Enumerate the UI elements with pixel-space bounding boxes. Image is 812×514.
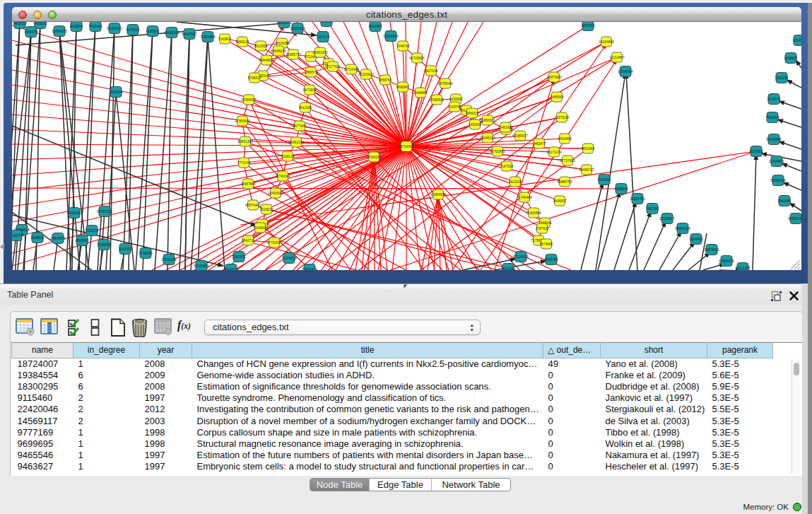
svg-text:8813054: 8813054 bbox=[369, 25, 382, 28]
svg-text:98084124: 98084124 bbox=[675, 227, 690, 230]
svg-text:13433200: 13433200 bbox=[312, 51, 328, 54]
svg-text:77752047: 77752047 bbox=[266, 241, 282, 245]
svg-text:4896383: 4896383 bbox=[76, 239, 89, 243]
svg-text:3518233: 3518233 bbox=[260, 208, 273, 211]
svg-text:93103413: 93103413 bbox=[107, 27, 122, 30]
svg-text:13493618: 13493618 bbox=[268, 192, 283, 195]
svg-text:0433218: 0433218 bbox=[13, 22, 27, 25]
svg-text:1627204: 1627204 bbox=[425, 69, 438, 73]
svg-text:17080531: 17080531 bbox=[429, 98, 445, 102]
svg-text:28809570: 28809570 bbox=[50, 237, 66, 240]
svg-text:4738299: 4738299 bbox=[139, 252, 153, 255]
svg-text:72423884: 72423884 bbox=[200, 35, 216, 39]
svg-text:7770143: 7770143 bbox=[237, 161, 251, 165]
svg-text:7816184: 7816184 bbox=[89, 25, 102, 28]
svg-text:02606474: 02606474 bbox=[302, 268, 317, 270]
svg-text:8960124: 8960124 bbox=[236, 40, 249, 44]
svg-text:7357274: 7357274 bbox=[317, 35, 330, 39]
svg-text:1226916: 1226916 bbox=[320, 22, 334, 23]
svg-text:65648236: 65648236 bbox=[271, 49, 286, 53]
svg-text:7187026: 7187026 bbox=[500, 165, 514, 168]
svg-text:16033809: 16033809 bbox=[290, 27, 305, 30]
svg-text:79740344: 79740344 bbox=[275, 175, 290, 178]
svg-text:80112805: 80112805 bbox=[736, 267, 751, 270]
svg-text:87234309: 87234309 bbox=[513, 255, 529, 259]
svg-text:4216073: 4216073 bbox=[767, 98, 781, 101]
svg-text:2421024: 2421024 bbox=[509, 180, 522, 184]
svg-text:34957885: 34957885 bbox=[240, 182, 256, 186]
svg-text:81223623: 81223623 bbox=[358, 73, 374, 76]
svg-text:10973493: 10973493 bbox=[546, 76, 562, 79]
svg-text:9821465: 9821465 bbox=[582, 147, 595, 151]
svg-text:1031051: 1031051 bbox=[119, 247, 132, 251]
svg-text:76945314: 76945314 bbox=[480, 136, 495, 140]
svg-text:1491905: 1491905 bbox=[469, 123, 482, 127]
svg-text:7485063: 7485063 bbox=[551, 95, 564, 99]
svg-text:54145868: 54145868 bbox=[766, 138, 782, 141]
svg-text:19384554: 19384554 bbox=[430, 193, 446, 197]
svg-text:12213967: 12213967 bbox=[609, 56, 625, 59]
svg-text:7543303: 7543303 bbox=[766, 116, 779, 119]
svg-text:65787133: 65787133 bbox=[97, 210, 112, 214]
svg-text:9600133: 9600133 bbox=[34, 22, 47, 25]
svg-text:1326773: 1326773 bbox=[225, 268, 238, 270]
svg-text:2787429: 2787429 bbox=[536, 227, 549, 230]
svg-text:62702895: 62702895 bbox=[490, 150, 505, 153]
svg-text:5430391: 5430391 bbox=[68, 211, 81, 215]
svg-text:5009788: 5009788 bbox=[545, 258, 558, 262]
svg-text:80831367: 80831367 bbox=[237, 140, 253, 144]
svg-text:73178108: 73178108 bbox=[281, 257, 297, 260]
svg-text:8708317: 8708317 bbox=[248, 76, 261, 80]
svg-text:60385977: 60385977 bbox=[512, 134, 528, 138]
svg-text:37631165: 37631165 bbox=[162, 258, 177, 262]
svg-text:3158692: 3158692 bbox=[784, 57, 798, 60]
svg-text:0812191: 0812191 bbox=[502, 267, 515, 270]
svg-text:6658760: 6658760 bbox=[379, 78, 392, 82]
svg-text:51850671: 51850671 bbox=[480, 119, 495, 122]
svg-text:64835030: 64835030 bbox=[164, 31, 180, 35]
svg-text:27354549: 27354549 bbox=[235, 119, 250, 123]
svg-text:29946804: 29946804 bbox=[259, 59, 274, 62]
svg-text:2260256: 2260256 bbox=[775, 76, 789, 80]
svg-text:13226058: 13226058 bbox=[274, 42, 290, 45]
svg-text:9413186: 9413186 bbox=[299, 106, 312, 110]
svg-text:8677496: 8677496 bbox=[293, 124, 307, 128]
svg-text:16154808: 16154808 bbox=[599, 40, 614, 44]
svg-text:1671902: 1671902 bbox=[303, 88, 317, 92]
svg-text:8148932: 8148932 bbox=[31, 236, 45, 240]
svg-text:7889579: 7889579 bbox=[305, 71, 318, 74]
svg-text:6193990: 6193990 bbox=[598, 178, 611, 182]
svg-text:5098393: 5098393 bbox=[98, 243, 111, 247]
svg-text:3387262: 3387262 bbox=[233, 255, 246, 259]
svg-text:96532871: 96532871 bbox=[276, 22, 292, 25]
svg-text:37996507: 37996507 bbox=[241, 98, 257, 102]
svg-text:7991183: 7991183 bbox=[646, 207, 659, 211]
svg-text:55886753: 55886753 bbox=[557, 180, 572, 184]
svg-text:1615594: 1615594 bbox=[70, 25, 83, 28]
svg-text:71746488: 71746488 bbox=[517, 196, 532, 199]
svg-text:4192832: 4192832 bbox=[146, 30, 160, 33]
svg-text:7163822: 7163822 bbox=[218, 37, 232, 41]
svg-text:04499727: 04499727 bbox=[579, 168, 594, 172]
svg-text:85574443: 85574443 bbox=[245, 204, 261, 207]
svg-text:1824493: 1824493 bbox=[690, 238, 703, 241]
svg-text:8912954: 8912954 bbox=[254, 45, 268, 48]
svg-text:4966319: 4966319 bbox=[466, 112, 479, 115]
svg-text:7182278: 7182278 bbox=[86, 229, 99, 233]
svg-text:19218506: 19218506 bbox=[383, 35, 399, 38]
svg-text:5240824: 5240824 bbox=[254, 226, 267, 230]
svg-text:6475255: 6475255 bbox=[126, 28, 140, 32]
svg-text:99091334: 99091334 bbox=[288, 141, 304, 144]
svg-text:6204505: 6204505 bbox=[793, 39, 801, 42]
svg-text:62729806: 62729806 bbox=[409, 57, 425, 60]
svg-text:13171274: 13171274 bbox=[546, 151, 562, 154]
svg-text:36995777: 36995777 bbox=[286, 53, 301, 57]
svg-text:12975115: 12975115 bbox=[555, 116, 570, 119]
svg-text:00524278: 00524278 bbox=[719, 259, 734, 263]
svg-text:5674680: 5674680 bbox=[540, 243, 553, 246]
svg-text:02654235: 02654235 bbox=[52, 30, 67, 33]
svg-text:2905334: 2905334 bbox=[110, 90, 123, 94]
svg-text:0842710: 0842710 bbox=[242, 239, 255, 243]
svg-text:8386379: 8386379 bbox=[25, 30, 38, 34]
svg-text:34714345: 34714345 bbox=[343, 68, 359, 71]
